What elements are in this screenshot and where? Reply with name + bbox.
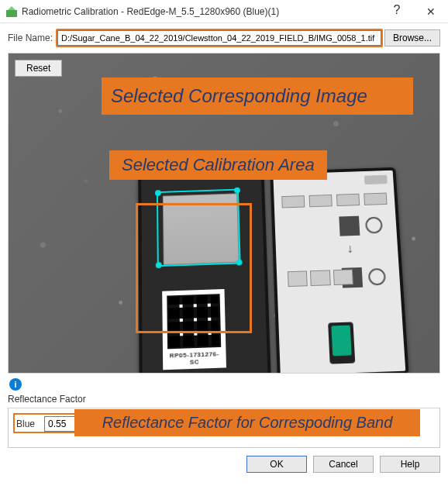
qr-code-icon <box>167 294 221 349</box>
phone-icon <box>328 322 355 363</box>
panel-icon-row <box>281 193 388 212</box>
file-path-wrap <box>57 30 381 46</box>
titlebar-help-button[interactable]: ? <box>380 0 414 23</box>
selection-handle-tl[interactable] <box>155 190 161 196</box>
file-path-input[interactable] <box>57 30 381 46</box>
clock-icon <box>365 217 383 234</box>
calibration-panel-left: RP05-1731276-SC <box>138 172 271 374</box>
titlebar: Radiometric Calibration - RedEdge-M_5.5_… <box>0 0 448 23</box>
arrow-down-icon: ↓ <box>346 242 353 256</box>
svg-marker-1 <box>8 6 16 10</box>
window-title: Radiometric Calibration - RedEdge-M_5.5_… <box>22 6 380 17</box>
qr-block: RP05-1731276-SC <box>162 289 226 370</box>
annotation-selected-area: Selected Calibration Area <box>109 150 327 180</box>
annotation-reflectance: Reflectance Factor for Correspoding Band <box>74 409 420 436</box>
reflectance-factor-label: Reflectance Factor <box>8 394 440 405</box>
bars-icon <box>288 269 353 287</box>
help-button[interactable]: Help <box>380 456 440 473</box>
panel-logo-icon <box>364 175 388 184</box>
calibration-target-square <box>163 193 240 265</box>
dialog-content: File Name: Browse... Reset <box>0 23 448 496</box>
browse-button[interactable]: Browse... <box>384 29 440 46</box>
dialog-window: Radiometric Calibration - RedEdge-M_5.5_… <box>0 0 448 496</box>
clock-icon <box>368 268 386 286</box>
ok-button[interactable]: OK <box>246 456 307 473</box>
cancel-button[interactable]: Cancel <box>313 456 374 473</box>
svg-rect-0 <box>6 10 17 17</box>
selection-handle-tr[interactable] <box>234 188 240 194</box>
file-name-label: File Name: <box>8 33 53 43</box>
file-row: File Name: Browse... <box>8 29 440 46</box>
titlebar-close-button[interactable]: ✕ <box>414 0 448 23</box>
qr-label: RP05-1731276-SC <box>167 350 222 367</box>
tile-icon <box>339 216 360 236</box>
selection-handle-bl[interactable] <box>156 262 162 268</box>
info-icon[interactable]: i <box>9 378 22 391</box>
app-icon <box>6 6 17 17</box>
annotation-selected-image: Selected Corresponding Image <box>102 78 413 115</box>
calibration-panel-right: ↓ <box>270 167 408 374</box>
calibration-panel-board: RP05-1731276-SC ↓ <box>138 167 408 374</box>
dialog-footer: OK Cancel Help <box>8 456 440 473</box>
band-label: Blue <box>16 418 38 429</box>
reset-button[interactable]: Reset <box>15 60 62 77</box>
